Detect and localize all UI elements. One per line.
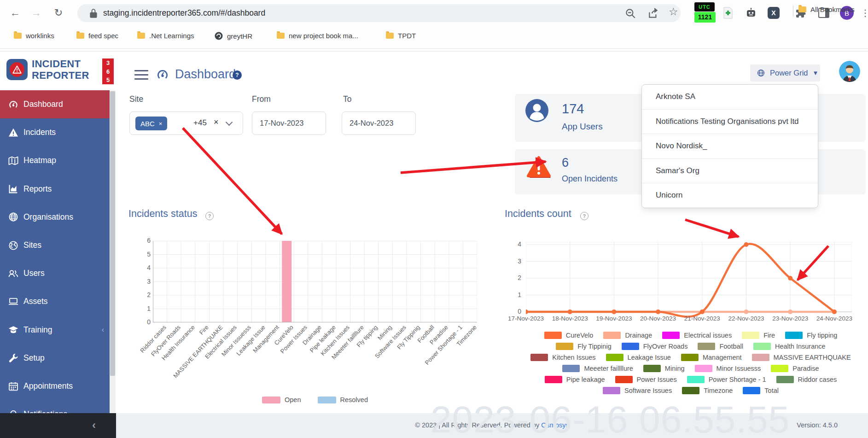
sidebar-item-label: Heatmap bbox=[23, 156, 56, 165]
legend-item[interactable]: Pipe leakage bbox=[545, 376, 605, 383]
legend-item[interactable]: Power Shortage - 1 bbox=[687, 376, 766, 383]
bookmark-item[interactable]: new project book ma... bbox=[277, 32, 358, 40]
bookmark-item[interactable]: greytHR bbox=[215, 32, 252, 40]
utc-clock-extension-icon[interactable]: UTC 1121 bbox=[694, 2, 716, 23]
legend-item[interactable]: Electrical issues bbox=[662, 332, 732, 339]
sidebar-scrollbar-thumb[interactable] bbox=[110, 91, 115, 376]
chip-remove-icon: × bbox=[159, 120, 163, 127]
caret-down-icon: ▼ bbox=[813, 70, 819, 76]
incidents-status-help-icon[interactable]: ? bbox=[205, 212, 214, 220]
legend-item[interactable]: FlyOver Roads bbox=[622, 343, 688, 350]
legend-item[interactable]: Management bbox=[681, 354, 742, 361]
bookmark-item[interactable]: worklinks bbox=[14, 32, 54, 40]
legend-item[interactable]: Total bbox=[743, 387, 779, 394]
legend-item[interactable]: Football bbox=[698, 343, 743, 350]
org-dropdown-item[interactable]: Samar's Org bbox=[642, 158, 818, 183]
zoom-out-icon[interactable] bbox=[624, 7, 636, 19]
forward-icon[interactable]: → bbox=[29, 5, 44, 21]
chevron-down-icon[interactable] bbox=[226, 119, 233, 126]
share-icon[interactable] bbox=[647, 7, 659, 19]
sidebar-item-sites[interactable]: Sites bbox=[0, 231, 110, 259]
x-extension-icon[interactable]: X bbox=[767, 6, 781, 20]
all-bookmarks-button[interactable]: All Bookmarks bbox=[798, 6, 855, 13]
url-bar[interactable]: staging.incidentreporter365.com/#/dashbo… bbox=[77, 4, 681, 22]
legend-item[interactable]: Fly tipping bbox=[785, 332, 837, 339]
legend-item[interactable]: MASSIVE EARTHQUAKE bbox=[752, 354, 851, 361]
app-logo[interactable]: INCIDENTREPORTER 365 bbox=[0, 52, 116, 90]
sidebar-item-heatmap[interactable]: Heatmap bbox=[0, 146, 110, 175]
legend-item[interactable]: Leakage Issue bbox=[606, 354, 671, 361]
legend-item[interactable]: Fire bbox=[742, 332, 775, 339]
timestamp-watermark: 2023-06-16 06.55.55 bbox=[431, 398, 790, 438]
legend-item[interactable]: Open bbox=[262, 396, 301, 403]
legend-item[interactable]: Paradise bbox=[771, 365, 819, 372]
sidebar-item-appointments[interactable]: Appointments bbox=[0, 372, 110, 400]
legend-item[interactable]: Software Issues bbox=[603, 387, 672, 394]
site-more-count[interactable]: +45 bbox=[193, 118, 207, 128]
logo-line2: REPORTER bbox=[32, 70, 89, 81]
bookmark-item[interactable]: TPDT bbox=[386, 32, 416, 40]
folder-icon bbox=[798, 6, 806, 12]
sidebar-collapse-bar[interactable]: ‹ bbox=[0, 413, 116, 438]
y-tick-label: 3 bbox=[137, 278, 151, 285]
robot-extension-icon[interactable] bbox=[744, 6, 758, 20]
bookmark-item[interactable]: feed spec bbox=[76, 32, 118, 40]
sidebar-item-users[interactable]: Users bbox=[0, 259, 110, 287]
chevron-left-icon: ‹ bbox=[102, 326, 104, 334]
to-date-input[interactable]: 24-Nov-2023 bbox=[342, 111, 416, 135]
bar-CureVelo bbox=[282, 241, 291, 322]
y-tick-label: 0 bbox=[137, 318, 151, 326]
bookmarks-divider bbox=[793, 6, 793, 17]
legend-item[interactable]: CureVelo bbox=[544, 332, 594, 339]
hamburger-menu-icon[interactable] bbox=[134, 70, 148, 82]
browser-menu-icon[interactable]: ⋮ bbox=[858, 6, 868, 20]
site-filter-input[interactable]: ABC× +45 × bbox=[129, 111, 243, 135]
user-avatar[interactable] bbox=[839, 61, 860, 82]
clear-all-icon[interactable]: × bbox=[214, 117, 219, 127]
back-icon[interactable]: ← bbox=[7, 5, 23, 21]
folder-icon bbox=[386, 33, 394, 39]
dashboard-help-icon[interactable]: ? bbox=[233, 70, 242, 80]
legend-item[interactable]: Health Insurance bbox=[753, 343, 826, 350]
collapse-chevron-icon: ‹ bbox=[92, 419, 96, 432]
map-icon bbox=[8, 155, 19, 166]
incidents-status-legend: OpenResolved bbox=[153, 396, 477, 403]
org-dropdown-item[interactable]: Notifications Testing Organisations pvt … bbox=[642, 109, 818, 134]
legend-item[interactable]: Timezone bbox=[682, 387, 733, 394]
sidebar-item-setup[interactable]: Setup bbox=[0, 344, 110, 372]
sidebar-item-assets[interactable]: Assets bbox=[0, 287, 110, 315]
open-incidents-label: Open Incidents bbox=[562, 174, 618, 184]
arrow-to-bar bbox=[183, 128, 282, 234]
site-chip[interactable]: ABC× bbox=[135, 117, 167, 130]
sidebar-item-reports[interactable]: Reports bbox=[0, 175, 110, 203]
organisation-selector-button[interactable]: Power Grid ▼ bbox=[750, 64, 820, 82]
legend-item[interactable]: Power Issues bbox=[615, 376, 677, 383]
bookmark-item[interactable]: .Net Learnings bbox=[137, 32, 194, 40]
reload-icon[interactable]: ↻ bbox=[51, 5, 66, 21]
incidents-count-help-icon[interactable]: ? bbox=[580, 212, 588, 220]
org-dropdown-item[interactable]: Novo Nordisk_ bbox=[642, 134, 818, 158]
from-date-input[interactable]: 17-Nov-2023 bbox=[252, 111, 326, 135]
incidents-status-chart bbox=[153, 241, 477, 324]
sidebar-item-organisations[interactable]: Organisations bbox=[0, 203, 110, 231]
org-dropdown-item[interactable]: Unicorn bbox=[642, 183, 818, 208]
sidebar-item-training[interactable]: Training‹ bbox=[0, 316, 110, 344]
y-tick-label: 2 bbox=[507, 274, 521, 281]
sidebar-item-incidents[interactable]: Incidents bbox=[0, 118, 110, 146]
legend-item[interactable]: Resolved bbox=[318, 396, 368, 403]
bookmark-star-icon[interactable]: ☆ bbox=[669, 6, 681, 18]
legend-item[interactable]: Mining bbox=[643, 365, 685, 372]
legend-item[interactable]: Kitchen Issues bbox=[530, 354, 595, 361]
legend-item[interactable]: Fly Tippinig bbox=[556, 343, 611, 350]
org-dropdown-item[interactable]: Arknote SA bbox=[642, 85, 818, 109]
sidebar-item-dashboard[interactable]: Dashboard bbox=[0, 90, 110, 118]
x-date-label: 17-Nov-2023 bbox=[504, 315, 548, 322]
legend-item[interactable]: Minor Issuesss bbox=[695, 365, 761, 372]
legend-item[interactable]: Meeeter faillllure bbox=[562, 365, 633, 372]
page-title: Dashboard bbox=[175, 67, 236, 82]
x-date-label: 19-Nov-2023 bbox=[592, 315, 636, 322]
legend-item[interactable]: Drainage bbox=[603, 332, 652, 339]
legend-item[interactable]: Riddor cases bbox=[776, 376, 837, 383]
app-users-label: App Users bbox=[562, 122, 603, 132]
notes-extension-icon[interactable] bbox=[721, 6, 735, 20]
